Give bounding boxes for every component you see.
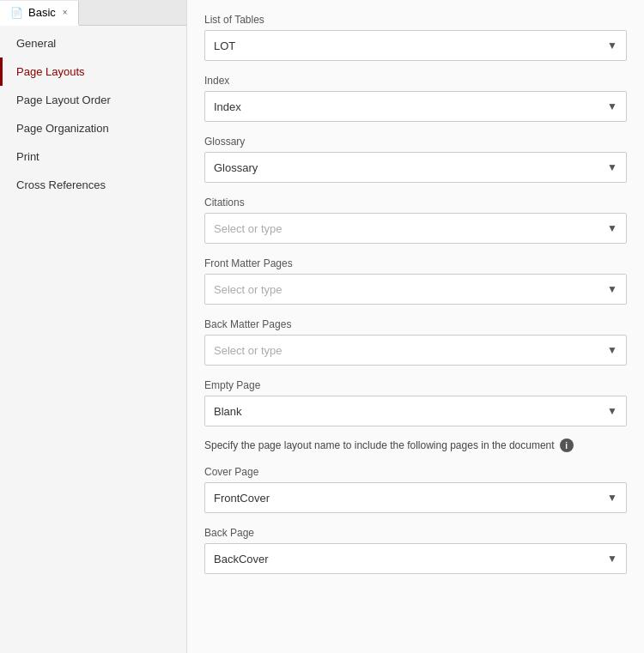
sidebar-item-general[interactable]: General (0, 29, 186, 57)
citations-chevron-icon: ▼ (607, 222, 617, 234)
empty-page-dropdown[interactable]: Blank ▼ (204, 396, 627, 426)
citations-value: Select or type (214, 222, 607, 235)
cover-page-dropdown[interactable]: FrontCover ▼ (204, 482, 627, 513)
empty-page-value: Blank (214, 405, 607, 418)
glossary-dropdown[interactable]: Glossary ▼ (204, 152, 627, 183)
glossary-value: Glossary (214, 161, 607, 174)
cover-page-value: FrontCover (214, 492, 607, 505)
back-page-value: BackCover (214, 553, 607, 565)
back-page-chevron-icon: ▼ (607, 553, 617, 565)
glossary-label: Glossary (204, 136, 627, 148)
sidebar-item-page-organization[interactable]: Page Organization (0, 114, 186, 142)
list-of-tables-label: List of Tables (204, 14, 627, 26)
front-matter-pages-chevron-icon: ▼ (607, 283, 617, 295)
sidebar-item-page-layout-order[interactable]: Page Layout Order (0, 86, 186, 114)
sidebar-item-page-layouts[interactable]: Page Layouts (0, 57, 186, 86)
back-page-dropdown[interactable]: BackCover ▼ (204, 543, 627, 574)
info-icon: i (560, 438, 574, 452)
tab-close-button[interactable]: × (63, 8, 68, 17)
info-text: Specify the page layout name to include … (204, 438, 627, 452)
cover-page-chevron-icon: ▼ (607, 492, 617, 504)
front-matter-pages-value: Select or type (214, 283, 607, 296)
back-matter-pages-dropdown[interactable]: Select or type ▼ (204, 335, 627, 366)
index-dropdown[interactable]: Index ▼ (204, 91, 627, 122)
back-matter-pages-chevron-icon: ▼ (607, 344, 617, 356)
citations-dropdown[interactable]: Select or type ▼ (204, 213, 627, 244)
tab-icon: 📄 (10, 7, 23, 19)
back-matter-pages-label: Back Matter Pages (204, 318, 627, 330)
main-content: List of Tables LOT ▼ Index Index ▼ Gloss… (187, 0, 644, 653)
index-label: Index (204, 75, 627, 87)
tab-bar: 📄 Basic × (0, 0, 186, 26)
cover-page-label: Cover Page (204, 466, 627, 478)
empty-page-chevron-icon: ▼ (607, 405, 617, 417)
front-matter-pages-label: Front Matter Pages (204, 257, 627, 269)
index-chevron-icon: ▼ (607, 100, 617, 112)
sidebar-item-cross-references[interactable]: Cross References (0, 171, 186, 199)
info-text-label: Specify the page layout name to include … (204, 439, 555, 451)
sidebar: 📄 Basic × General Page Layouts Page Layo… (0, 0, 187, 653)
front-matter-pages-dropdown[interactable]: Select or type ▼ (204, 274, 627, 305)
glossary-chevron-icon: ▼ (607, 161, 617, 173)
sidebar-item-print[interactable]: Print (0, 142, 186, 171)
back-page-label: Back Page (204, 527, 627, 539)
basic-tab[interactable]: 📄 Basic × (0, 1, 79, 26)
list-of-tables-value: LOT (214, 39, 607, 52)
nav-items: General Page Layouts Page Layout Order P… (0, 26, 186, 199)
index-value: Index (214, 100, 607, 113)
back-matter-pages-value: Select or type (214, 344, 607, 357)
list-of-tables-chevron-icon: ▼ (607, 39, 617, 51)
empty-page-label: Empty Page (204, 379, 627, 391)
citations-label: Citations (204, 197, 627, 209)
list-of-tables-dropdown[interactable]: LOT ▼ (204, 30, 627, 61)
tab-label: Basic (28, 6, 56, 19)
